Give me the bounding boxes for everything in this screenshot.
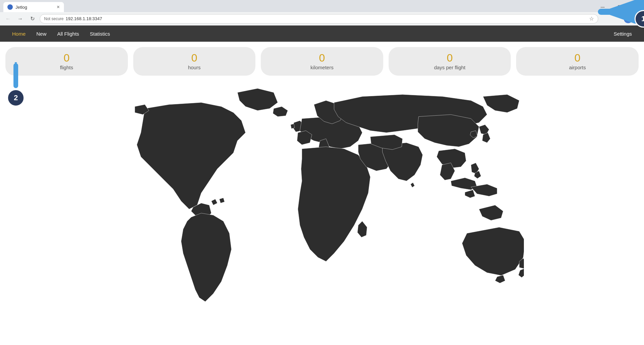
stat-card-airports: 0 airports [516, 47, 639, 76]
stat-label-flights: flights [60, 65, 73, 70]
nav-settings[interactable]: Settings [608, 26, 637, 42]
app-navbar: 2 Home New All Flights Statistics Settin… [0, 26, 644, 42]
stat-label-hours: hours [188, 65, 201, 70]
stat-value-days-per-flight: 0 [447, 52, 453, 63]
stat-card-hours: 0 hours [133, 47, 256, 76]
stat-value-kilometers: 0 [319, 52, 325, 63]
tab-favicon [7, 4, 13, 10]
stat-card-kilometers: 0 kilometers [261, 47, 383, 76]
nav-new[interactable]: New [31, 26, 52, 42]
nav-statistics[interactable]: Statistics [84, 26, 115, 42]
stat-card-days-per-flight: 0 days per flight [389, 47, 511, 76]
tab-bar: Jetlog ✕ — ❐ ✕ [0, 0, 644, 12]
nav-all-flights[interactable]: All Flights [52, 26, 84, 42]
world-map [120, 84, 524, 310]
forward-button[interactable]: → [15, 14, 25, 24]
stat-value-airports: 0 [574, 52, 580, 63]
arrow-annotation-2 [4, 62, 28, 89]
page-wrapper: Jetlog ✕ — ❐ ✕ ← → ↻ Not secure 192.168.… [0, 0, 644, 313]
stat-value-flights: 0 [64, 52, 70, 63]
active-tab[interactable]: Jetlog ✕ [3, 2, 64, 12]
security-indicator: Not secure [44, 16, 64, 21]
address-bar[interactable]: Not secure 192.168.1.18:3347 ☆ [40, 14, 598, 24]
tab-title: Jetlog [15, 5, 27, 10]
back-button[interactable]: ← [3, 14, 13, 24]
url-text: 192.168.1.18:3347 [66, 16, 102, 21]
reload-button[interactable]: ↻ [28, 14, 37, 24]
browser-controls: ← → ↻ Not secure 192.168.1.18:3347 ☆ [0, 12, 644, 26]
stats-bar: 0 flights 0 hours 0 kilometers 0 days pe… [0, 42, 644, 81]
world-map-area [0, 81, 644, 313]
tab-close-button[interactable]: ✕ [57, 5, 60, 9]
stat-label-airports: airports [569, 65, 586, 70]
nav-home[interactable]: Home [7, 26, 31, 42]
stat-label-kilometers: kilometers [311, 65, 333, 70]
annotation-2-wrapper: 2 [4, 62, 28, 107]
stat-label-days-per-flight: days per flight [434, 65, 465, 70]
browser-chrome: Jetlog ✕ — ❐ ✕ ← → ↻ Not secure 192.168.… [0, 0, 644, 26]
annotation-circle-2: 2 [7, 89, 25, 107]
stat-value-hours: 0 [191, 52, 197, 63]
